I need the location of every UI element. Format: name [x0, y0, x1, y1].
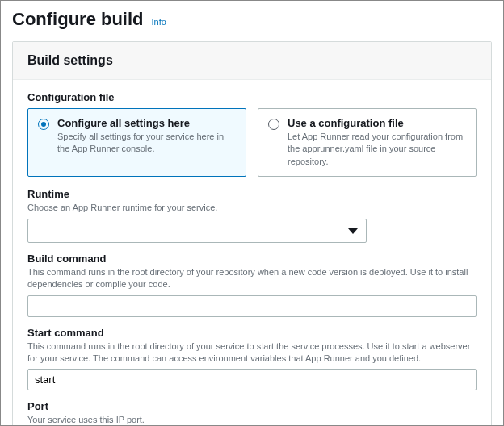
start-command-label: Start command: [27, 327, 477, 339]
radio-title: Use a configuration file: [288, 117, 466, 129]
runtime-select[interactable]: [27, 219, 367, 243]
build-command-group: Build command This command runs in the r…: [27, 253, 477, 317]
runtime-desc: Choose an App Runner runtime for your se…: [27, 202, 477, 214]
radio-icon: [268, 119, 279, 130]
radio-title: Configure all settings here: [57, 117, 236, 129]
radio-text: Configure all settings here Specify all …: [57, 117, 236, 156]
page-header: Configure build Info: [12, 9, 492, 30]
build-settings-panel: Build settings Configuration file Config…: [12, 41, 492, 426]
radio-text: Use a configuration file Let App Runner …: [288, 117, 466, 168]
config-file-options: Configure all settings here Specify all …: [27, 108, 477, 177]
start-command-desc: This command runs in the root directory …: [27, 340, 477, 365]
radio-desc: Specify all settings for your service he…: [57, 131, 236, 156]
page-title: Configure build: [12, 9, 144, 30]
runtime-label: Runtime: [27, 188, 477, 200]
port-group: Port Your service uses this IP port.: [27, 400, 477, 426]
runtime-group: Runtime Choose an App Runner runtime for…: [27, 188, 477, 243]
port-desc: Your service uses this IP port.: [27, 414, 477, 426]
panel-title: Build settings: [13, 42, 491, 80]
port-label: Port: [27, 400, 477, 412]
config-file-label: Configuration file: [27, 91, 477, 103]
build-command-desc: This command runs in the root directory …: [27, 266, 477, 290]
start-command-group: Start command This command runs in the r…: [27, 327, 477, 391]
radio-configure-here[interactable]: Configure all settings here Specify all …: [27, 108, 246, 177]
chevron-down-icon: [348, 228, 358, 234]
radio-desc: Let App Runner read your configuration f…: [288, 131, 466, 168]
radio-use-config-file[interactable]: Use a configuration file Let App Runner …: [258, 108, 477, 177]
radio-icon: [38, 119, 49, 130]
panel-body: Configuration file Configure all setting…: [13, 80, 491, 426]
info-link[interactable]: Info: [152, 17, 166, 27]
build-command-label: Build command: [27, 253, 477, 265]
start-command-input[interactable]: [27, 369, 477, 390]
build-command-input[interactable]: [27, 295, 477, 317]
